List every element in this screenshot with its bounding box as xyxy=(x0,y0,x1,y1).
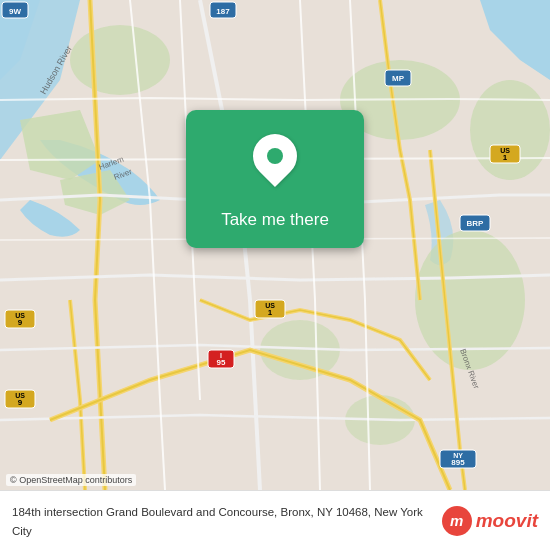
svg-text:9: 9 xyxy=(18,318,23,327)
svg-text:BRP: BRP xyxy=(467,219,485,228)
svg-text:9: 9 xyxy=(18,398,23,407)
svg-text:9W: 9W xyxy=(9,7,21,16)
moovit-text: moovit xyxy=(476,510,538,532)
moovit-logo: m moovit xyxy=(442,506,538,536)
svg-text:895: 895 xyxy=(451,458,465,467)
take-me-there-button[interactable]: Take me there xyxy=(186,110,364,248)
svg-text:MP: MP xyxy=(392,74,405,83)
svg-text:1: 1 xyxy=(503,153,508,162)
address-container: 184th intersection Grand Boulevard and C… xyxy=(12,502,432,538)
copyright-text: © OpenStreetMap contributors xyxy=(6,474,136,486)
svg-point-8 xyxy=(470,80,550,180)
svg-text:1: 1 xyxy=(268,308,273,317)
moovit-icon: m xyxy=(442,506,472,536)
map-container: 9W 187 US 9 US 9 I 95 US 1 US 1 BRP NY 8… xyxy=(0,0,550,490)
location-pin-icon xyxy=(244,125,306,187)
svg-text:95: 95 xyxy=(217,358,226,367)
svg-text:187: 187 xyxy=(216,7,230,16)
address-text: 184th intersection Grand Boulevard and C… xyxy=(12,506,423,536)
svg-point-7 xyxy=(70,25,170,95)
bottom-bar: 184th intersection Grand Boulevard and C… xyxy=(0,490,550,550)
cta-button-label: Take me there xyxy=(221,210,329,230)
